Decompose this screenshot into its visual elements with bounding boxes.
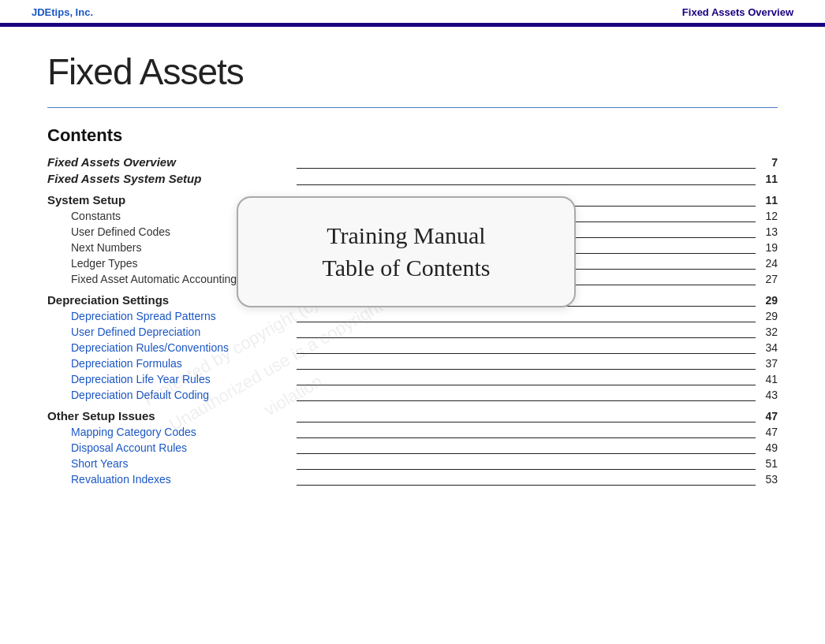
toc-item: Disposal Account Rules 49 [47,440,778,456]
toc-page: 32 [756,324,778,340]
toc-item: Depreciation Spread Patterns 29 [47,308,778,324]
toc-dots [297,456,756,471]
toc-item: Mapping Category Codes 47 [47,424,778,440]
toc-label: Other Setup Issues [47,403,297,424]
toc-page: 12 [756,208,778,224]
toc-label: Fixed Assets System Setup [47,170,297,187]
popup-line2: Table of Contents [323,255,491,281]
toc-dots [297,324,756,340]
toc-page: 29 [756,308,778,324]
popup-line1: Training Manual [327,222,485,248]
toc-dots [297,356,756,371]
toc-page: 43 [756,387,778,403]
toc-item: Short Years 51 [47,456,778,471]
toc-label: Depreciation Rules/Conventions [47,340,297,356]
toc-page: 27 [756,271,778,287]
toc-dots [297,371,756,387]
toc-dots [297,154,756,170]
page-title: Fixed Assets [47,50,778,93]
contents-heading: Contents [47,125,778,146]
toc-page: 47 [756,403,778,424]
toc-page: 41 [756,371,778,387]
toc-label: Fixed Assets Overview [47,154,297,170]
toc-item: Fixed Assets Overview 7 [47,154,778,170]
toc-item: Depreciation Rules/Conventions 34 [47,340,778,356]
toc-page: 49 [756,440,778,456]
toc-page: 11 [756,170,778,187]
toc-dots [297,471,756,487]
toc-dots [297,308,756,324]
toc-page: 24 [756,255,778,271]
toc-page: 37 [756,356,778,371]
toc-dots [297,387,756,403]
toc-dots [297,440,756,456]
toc-page: 47 [756,424,778,440]
toc-label: Depreciation Default Coding [47,387,297,403]
toc-item: Fixed Assets System Setup 11 [47,170,778,187]
toc-label: Disposal Account Rules [47,440,297,456]
toc-page: 34 [756,340,778,356]
toc-dots [297,424,756,440]
page-header: JDEtips, Inc. Fixed Assets Overview [0,0,825,23]
toc-dots [297,170,756,187]
toc-dots [297,340,756,356]
toc-page: 19 [756,240,778,255]
company-name: JDEtips, Inc. [32,6,93,18]
toc-item: Depreciation Life Year Rules 41 [47,371,778,387]
popup-title: Training Manual Table of Contents [270,220,543,284]
toc-label: Revaluation Indexes [47,471,297,487]
main-content: Fixed Assets Contents Fixed Assets Overv… [0,27,825,503]
toc-page: 11 [756,187,778,208]
toc-page: 29 [756,287,778,308]
toc-item: Revaluation Indexes 53 [47,471,778,487]
title-divider [47,107,778,108]
toc-label: Short Years [47,456,297,471]
toc-dots [297,403,756,424]
document-title: Fixed Assets Overview [682,6,793,18]
toc-label: User Defined Depreciation [47,324,297,340]
toc-page: 13 [756,224,778,240]
toc-item: Depreciation Default Coding 43 [47,387,778,403]
toc-item: User Defined Depreciation 32 [47,324,778,340]
toc-label: Mapping Category Codes [47,424,297,440]
toc-label: Depreciation Life Year Rules [47,371,297,387]
toc-page: 53 [756,471,778,487]
toc-label: Depreciation Formulas [47,356,297,371]
toc-page: 7 [756,154,778,170]
popup-box: Training Manual Table of Contents [237,196,576,307]
toc-item: Other Setup Issues 47 [47,403,778,424]
toc-page: 51 [756,456,778,471]
toc-item: Depreciation Formulas 37 [47,356,778,371]
toc-label: Depreciation Spread Patterns [47,308,297,324]
